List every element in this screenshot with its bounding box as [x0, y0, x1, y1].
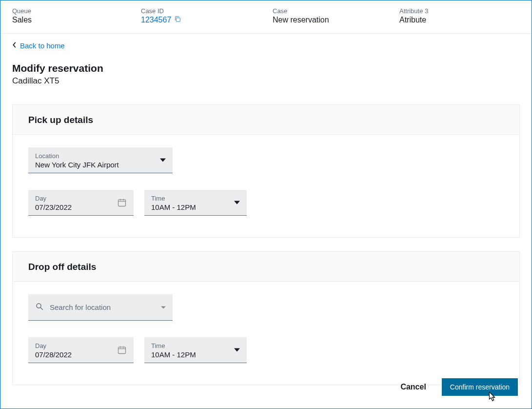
header-case: Case New reservation [273, 7, 399, 24]
header-case-id: Case ID 1234567 [141, 7, 273, 24]
dropoff-title: Drop off details [28, 262, 504, 272]
dropoff-day-input[interactable]: Day 07/28/2022 [28, 337, 134, 363]
dropoff-time-label: Time [151, 342, 240, 349]
header-case-value: New reservation [273, 16, 399, 24]
dropoff-time-select[interactable]: Time 10AM - 12PM [144, 337, 247, 363]
case-header: Queue Sales Case ID 1234567 Case New res… [0, 0, 532, 34]
svg-line-3 [40, 307, 43, 310]
header-queue-label: Queue [12, 7, 141, 15]
pickup-time-label: Time [151, 195, 240, 202]
pickup-time-value: 10AM - 12PM [151, 203, 240, 211]
back-link-text: Back to home [20, 41, 65, 50]
cancel-button[interactable]: Cancel [398, 380, 428, 394]
footer-actions: Cancel Confirm reservation [398, 378, 518, 396]
dropoff-panel: Drop off details Search for location Day… [12, 251, 520, 385]
page-subtitle: Cadillac XT5 [12, 76, 520, 86]
pickup-panel-header: Pick up details [13, 105, 519, 135]
dropoff-time-value: 10AM - 12PM [151, 350, 240, 359]
svg-point-2 [37, 304, 41, 308]
pickup-location-label: Location [35, 152, 166, 160]
header-attr3: Attribute 3 Atribute [399, 7, 516, 24]
pickup-location-value: New York City JFK Airport [35, 161, 166, 169]
pickup-panel: Pick up details Location New York City J… [12, 104, 520, 238]
page-title: Modify reservation [12, 62, 520, 74]
header-queue: Queue Sales [12, 7, 141, 24]
header-queue-value: Sales [12, 16, 141, 24]
pickup-location-select[interactable]: Location New York City JFK Airport [28, 147, 173, 173]
dropoff-location-placeholder: Search for location [50, 303, 111, 311]
chevron-down-icon [161, 306, 166, 308]
header-case-id-label: Case ID [141, 7, 273, 15]
pickup-time-select[interactable]: Time 10AM - 12PM [144, 190, 247, 216]
dropoff-location-search[interactable]: Search for location [28, 294, 173, 321]
svg-rect-0 [177, 18, 180, 21]
back-to-home-link[interactable]: Back to home [12, 40, 65, 52]
search-icon [35, 302, 44, 312]
chevron-left-icon [12, 41, 17, 50]
confirm-reservation-button[interactable]: Confirm reservation [442, 378, 518, 396]
header-case-label: Case [273, 7, 399, 15]
header-attr3-label: Attribute 3 [399, 7, 516, 15]
header-case-id-value[interactable]: 1234567 [141, 16, 273, 24]
case-id-link-text[interactable]: 1234567 [141, 16, 171, 24]
pickup-day-value: 07/23/2022 [35, 203, 127, 211]
dropoff-day-label: Day [35, 342, 127, 349]
dropoff-day-value: 07/28/2022 [35, 350, 127, 359]
pickup-day-input[interactable]: Day 07/23/2022 [28, 190, 134, 216]
dropoff-panel-header: Drop off details [13, 252, 519, 282]
pickup-title: Pick up details [28, 115, 504, 125]
header-attr3-value: Atribute [399, 16, 516, 24]
copy-icon[interactable] [174, 16, 181, 24]
pickup-day-label: Day [35, 195, 127, 202]
